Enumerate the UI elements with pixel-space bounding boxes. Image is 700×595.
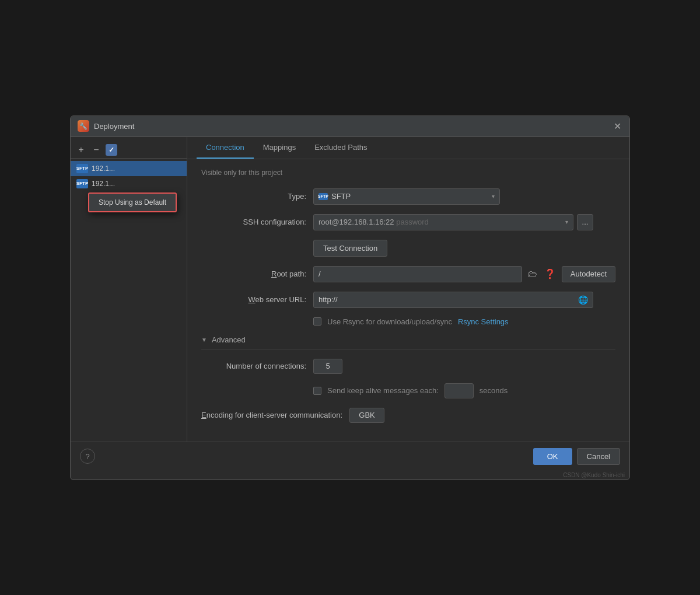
test-connection-button[interactable]: Test Connection — [313, 240, 387, 257]
web-url-label: Web server URL: — [201, 295, 306, 304]
globe-icon: 🌐 — [578, 295, 588, 304]
help-button[interactable]: ? — [80, 449, 95, 464]
info-text: Visible only for this project — [201, 169, 615, 177]
dialog-body: + − ✓ SFTP 192.1... SFTP 192.1... Stop U… — [71, 137, 629, 442]
title-bar: 🔧 Deployment ✕ — [71, 116, 629, 137]
web-url-input[interactable] — [318, 295, 578, 304]
sidebar-item-label-1: 192.1... — [92, 164, 115, 173]
stop-using-default-menuitem[interactable]: Stop Using as Default — [89, 195, 176, 210]
ssh-more-button[interactable]: ... — [577, 214, 593, 230]
rsync-label: Use Rsync for download/upload/sync — [327, 317, 452, 326]
num-conn-input[interactable] — [313, 359, 342, 374]
root-path-label: Root path: — [201, 270, 306, 278]
dialog-footer: ? OK Cancel — [71, 442, 629, 471]
rsync-settings-link[interactable]: Rsync Settings — [458, 317, 509, 326]
ssh-select[interactable]: root@192.168.1.16:22 password ▾ — [313, 214, 573, 230]
advanced-header: ▼ Advanced — [201, 335, 615, 349]
encoding-row: Encoding for client-server communication… — [201, 408, 615, 423]
sidebar-toolbar: + − ✓ — [71, 142, 187, 159]
web-url-input-group[interactable]: 🌐 — [313, 292, 593, 308]
keep-alive-input[interactable] — [444, 383, 474, 398]
root-path-input[interactable] — [313, 266, 522, 282]
keep-alive-checkbox[interactable] — [313, 387, 321, 395]
rsync-row: Use Rsync for download/upload/sync Rsync… — [313, 317, 615, 326]
context-menu: Stop Using as Default — [88, 192, 177, 212]
root-path-folder-button[interactable]: 🗁 — [527, 268, 538, 281]
web-url-row: Web server URL: 🌐 — [201, 292, 615, 308]
app-icon: 🔧 — [78, 120, 89, 132]
add-server-button[interactable]: + — [75, 144, 87, 156]
keep-alive-label: Send keep alive messages each: — [327, 386, 439, 395]
ssh-input-group: root@192.168.1.16:22 password ▾ ... — [313, 214, 593, 230]
num-conn-label: Number of connections: — [201, 362, 306, 370]
type-select[interactable]: SFTP SFTP ▾ — [313, 188, 500, 205]
num-conn-row: Number of connections: — [201, 359, 615, 374]
tab-excluded-paths[interactable]: Excluded Paths — [305, 137, 376, 159]
advanced-chevron: ▼ — [201, 337, 207, 343]
type-select-wrapper: SFTP SFTP ▾ — [313, 188, 500, 205]
advanced-label: Advanced — [212, 335, 246, 344]
content-area: Visible only for this project Type: SFTP… — [187, 159, 629, 442]
remove-server-button[interactable]: − — [90, 144, 102, 156]
sftp-icon-2: SFTP — [76, 179, 88, 188]
type-select-value: SFTP — [331, 192, 351, 201]
close-button[interactable]: ✕ — [612, 121, 622, 131]
tab-mappings[interactable]: Mappings — [254, 137, 305, 159]
deployment-dialog: 🔧 Deployment ✕ + − ✓ SFTP 192.1... SFTP … — [70, 116, 630, 480]
ssh-row: SSH configuration: root@192.168.1.16:22 … — [201, 214, 615, 230]
encoding-input[interactable] — [349, 408, 384, 423]
type-dropdown-arrow: ▾ — [492, 193, 495, 200]
set-default-button[interactable]: ✓ — [106, 144, 117, 156]
encoding-label: Encoding for client-server communication… — [201, 411, 342, 419]
ssh-label: SSH configuration: — [201, 218, 306, 226]
sidebar-item-server1[interactable]: SFTP 192.1... — [71, 161, 187, 176]
sidebar: + − ✓ SFTP 192.1... SFTP 192.1... Stop U… — [71, 137, 187, 442]
sftp-icon-1: SFTP — [76, 164, 88, 173]
root-path-help-button[interactable]: ❓ — [543, 267, 557, 281]
ssh-dropdown-arrow: ▾ — [565, 219, 568, 225]
sidebar-item-label-2: 192.1... — [92, 180, 115, 188]
tab-connection[interactable]: Connection — [197, 137, 254, 159]
cancel-button[interactable]: Cancel — [577, 448, 620, 465]
type-row: Type: SFTP SFTP ▾ — [201, 188, 615, 205]
dialog-title: Deployment — [94, 122, 612, 131]
keep-alive-row: Send keep alive messages each: seconds — [313, 383, 615, 398]
rsync-checkbox[interactable] — [313, 317, 321, 326]
sftp-select-icon: SFTP — [318, 193, 328, 200]
tabs-bar: Connection Mappings Excluded Paths — [187, 137, 629, 159]
keep-alive-unit: seconds — [480, 386, 508, 395]
root-path-row: Root path: 🗁 ❓ Autodetect — [201, 266, 615, 282]
root-path-input-group: 🗁 ❓ Autodetect — [313, 266, 615, 282]
autodetect-button[interactable]: Autodetect — [562, 266, 615, 282]
ssh-select-value: root@192.168.1.16:22 password — [318, 218, 429, 226]
sidebar-item-server2[interactable]: SFTP 192.1... — [71, 176, 187, 191]
footer-buttons: OK Cancel — [533, 448, 620, 465]
type-label: Type: — [201, 192, 306, 201]
ok-button[interactable]: OK — [533, 448, 572, 465]
watermark: CSDN @Kudo Shin-ichi — [71, 471, 629, 480]
advanced-section: ▼ Advanced Number of connections: Send k… — [201, 335, 615, 423]
main-content: Connection Mappings Excluded Paths Visib… — [187, 137, 629, 442]
